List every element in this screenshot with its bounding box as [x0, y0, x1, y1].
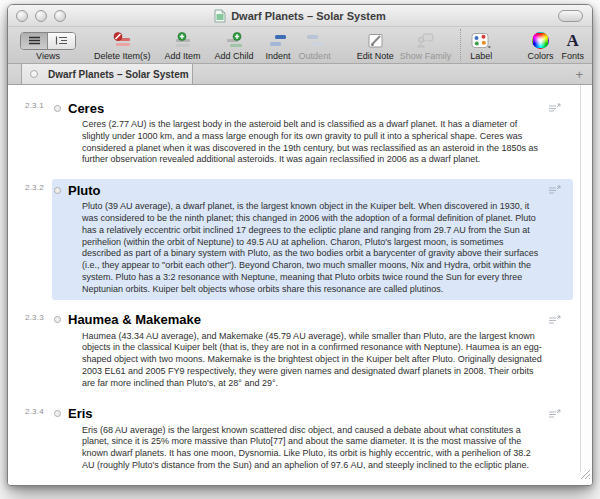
delete-rows-icon	[112, 31, 132, 50]
title-bar[interactable]: Dwarf Planets – Solar System	[8, 5, 592, 27]
section-number: 2.3.3	[8, 309, 52, 394]
outdent-rows-icon	[306, 31, 324, 50]
outdent-label: Outdent	[299, 51, 331, 61]
add-child-button[interactable]: Add Child	[215, 28, 254, 61]
show-family-button: Show Family	[400, 28, 452, 61]
outline: 2.3.1 Ceres Ceres (2.77 AU) is the large…	[8, 85, 579, 485]
fonts-button[interactable]: A Fonts	[561, 28, 584, 61]
note-icon[interactable]	[548, 405, 561, 423]
section-content[interactable]: Pluto Pluto (39 AU average), a dwarf pla…	[52, 179, 573, 299]
section-body[interactable]: Pluto (39 AU average), a dwarf planet, i…	[82, 201, 569, 295]
window-title-area: Dwarf Planets – Solar System	[8, 9, 592, 23]
section-number: 2.3.1	[8, 97, 52, 170]
vertical-scrollbar[interactable]	[580, 85, 592, 472]
bullet-icon[interactable]	[54, 105, 61, 112]
color-dots-icon	[470, 31, 492, 50]
resize-grip-icon[interactable]	[579, 466, 591, 484]
family-icon	[415, 31, 435, 50]
tab-dwarf-planets[interactable]: Dwarf Planets – Solar System	[21, 64, 193, 84]
section-body[interactable]: Ceres (2.77 AU) is the largest body in t…	[82, 119, 569, 166]
note-icon[interactable]	[548, 99, 561, 117]
views-control[interactable]: Views	[20, 28, 76, 61]
section-title[interactable]: Haumea & Makemake	[68, 311, 201, 328]
toolbar-separator	[460, 29, 461, 61]
outline-row[interactable]: 2.3.4 Eris Eris (68 AU average) is the l…	[8, 403, 579, 476]
fonts-label: Fonts	[561, 51, 584, 61]
delete-item-button[interactable]: Delete Item(s)	[94, 28, 151, 61]
section-body[interactable]: Haumea (43.34 AU average), and Makemake …	[82, 331, 569, 390]
tab-title: Dwarf Planets – Solar System	[48, 69, 189, 80]
tab-close-icon[interactable]	[30, 70, 38, 78]
show-family-label: Show Family	[400, 51, 452, 61]
outdent-button: Outdent	[299, 28, 331, 61]
section-number: 2.3.2	[8, 179, 52, 299]
section-content[interactable]: Ceres Ceres (2.77 AU) is the largest bod…	[52, 97, 573, 170]
label-label: Label	[470, 51, 492, 61]
note-icon[interactable]	[548, 181, 561, 199]
window-title: Dwarf Planets – Solar System	[231, 10, 386, 22]
outline-view-icon[interactable]	[48, 33, 75, 49]
colors-label: Colors	[527, 51, 553, 61]
edit-note-label: Edit Note	[357, 51, 394, 61]
edit-note-button[interactable]: Edit Note	[357, 28, 394, 61]
add-item-label: Add Item	[165, 51, 201, 61]
bullet-icon[interactable]	[54, 316, 61, 323]
section-title[interactable]: Ceres	[68, 100, 104, 117]
document-icon	[214, 9, 226, 23]
add-tab-button[interactable]: +	[566, 64, 592, 84]
views-label: Views	[36, 51, 60, 61]
indent-label: Indent	[266, 51, 291, 61]
section-title[interactable]: Pluto	[68, 182, 101, 199]
indent-button[interactable]: Indent	[266, 28, 291, 61]
add-item-button[interactable]: Add Item	[165, 28, 201, 61]
section-content[interactable]: Eris Eris (68 AU average) is the largest…	[52, 403, 573, 476]
indent-rows-icon	[269, 31, 287, 50]
add-child-label: Add Child	[215, 51, 254, 61]
list-view-icon[interactable]	[21, 33, 48, 49]
delete-item-label: Delete Item(s)	[94, 51, 151, 61]
outline-row[interactable]: 2.3.2 Pluto Pluto (39 AU average), a dwa…	[8, 179, 579, 299]
section-body[interactable]: Eris (68 AU average) is the largest know…	[82, 425, 569, 472]
serif-a-icon: A	[567, 32, 579, 49]
add-child-row-icon	[224, 31, 244, 50]
section-title[interactable]: Eris	[68, 405, 93, 422]
pencil-note-icon	[366, 31, 385, 50]
color-wheel-icon	[532, 32, 549, 49]
outline-row[interactable]: 2.3.3 Haumea & Makemake Haumea (43.34 AU…	[8, 309, 579, 394]
app-window: Dwarf Planets – Solar System	[7, 4, 593, 486]
bullet-icon[interactable]	[54, 410, 61, 417]
document-area: 2.3.1 Ceres Ceres (2.77 AU) is the large…	[8, 85, 592, 485]
section-number: 2.3.4	[8, 403, 52, 476]
colors-button[interactable]: Colors	[527, 28, 553, 61]
note-icon[interactable]	[548, 311, 561, 329]
add-row-icon	[173, 31, 193, 50]
tab-bar: Dwarf Planets – Solar System +	[8, 64, 592, 85]
label-button[interactable]: Label	[470, 28, 492, 61]
section-content[interactable]: Haumea & Makemake Haumea (43.34 AU avera…	[52, 309, 573, 394]
toolbar: Views Delete Item(s)	[8, 27, 592, 64]
toolbar-toggle-pill[interactable]	[558, 10, 583, 22]
outline-row[interactable]: 2.3.1 Ceres Ceres (2.77 AU) is the large…	[8, 97, 579, 170]
bullet-icon[interactable]	[54, 187, 61, 194]
